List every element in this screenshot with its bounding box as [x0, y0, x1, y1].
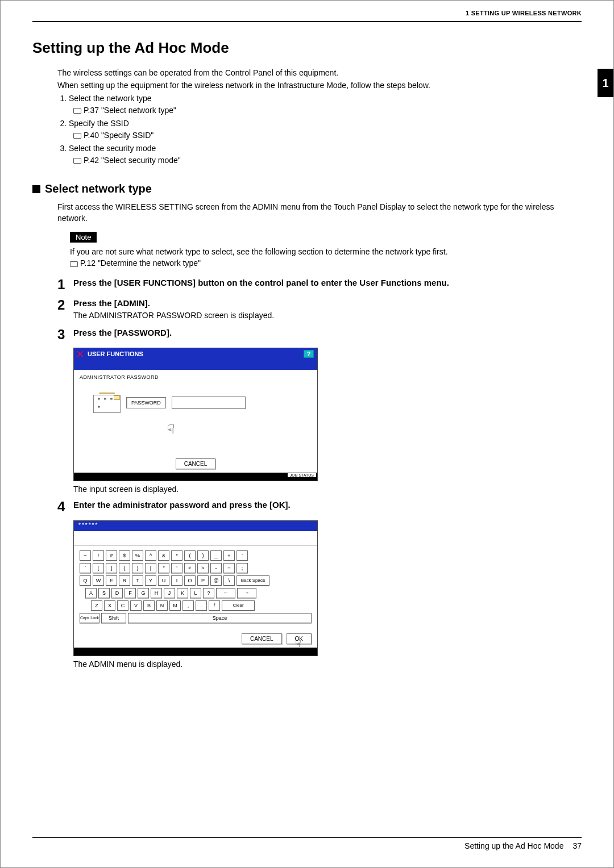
key[interactable]: %: [132, 550, 143, 561]
input-area[interactable]: [74, 531, 317, 546]
page-number: 37: [572, 841, 582, 850]
help-button[interactable]: ?: [304, 350, 314, 358]
key[interactable]: |: [145, 563, 156, 573]
key[interactable]: &: [158, 550, 169, 561]
key[interactable]: <: [184, 563, 196, 573]
key[interactable]: L: [190, 588, 201, 598]
toc-ref: P.37 "Select network type": [84, 106, 176, 115]
capslock-key[interactable]: Caps Lock: [80, 613, 99, 623]
key[interactable]: X: [104, 600, 115, 611]
key[interactable]: K: [177, 588, 188, 598]
ok-button[interactable]: OK ☟: [287, 633, 312, 644]
key[interactable]: ]: [106, 563, 117, 573]
shift-key[interactable]: Shift: [101, 613, 126, 623]
setup-toc-list: Select the network type P.37 "Select net…: [57, 93, 582, 166]
key[interactable]: U: [158, 575, 169, 586]
status-bar: JOB STATUS: [74, 473, 317, 481]
intro-line: When setting up the equipment for the wi…: [57, 80, 582, 91]
key[interactable]: A: [85, 588, 97, 598]
key[interactable]: !: [93, 550, 104, 561]
figure-caption: The ADMIN menu is displayed.: [73, 660, 582, 669]
note-ref: P.12 "Determine the network type": [80, 258, 201, 268]
key[interactable]: .: [196, 600, 207, 611]
key[interactable]: :: [237, 550, 248, 561]
key-row: ASDFGHJKL?←→: [85, 588, 312, 598]
toc-item: Select the network type P.37 "Select net…: [69, 93, 582, 116]
key[interactable]: #: [106, 550, 117, 561]
key[interactable]: }: [132, 563, 143, 573]
step: 4 Enter the administrator password and p…: [57, 499, 582, 514]
key[interactable]: ,: [182, 600, 194, 611]
status-bar: [74, 648, 317, 656]
key[interactable]: $: [119, 550, 130, 561]
key[interactable]: Z: [91, 600, 102, 611]
key[interactable]: J: [164, 588, 175, 598]
note-body: If you are not sure what network type to…: [70, 246, 582, 269]
step: 2 Press the [ADMIN]. The ADMINISTRATOR P…: [57, 298, 582, 322]
key[interactable]: [: [93, 563, 104, 573]
key[interactable]: @: [210, 575, 222, 586]
toc-item: Select the security mode P.42 "Select se…: [69, 143, 582, 166]
page-footer: Setting up the Ad Hoc Mode 37: [32, 837, 582, 850]
key[interactable]: ;: [237, 563, 248, 573]
key[interactable]: G: [138, 588, 149, 598]
chapter-side-tab: 1: [598, 69, 613, 97]
key[interactable]: -: [210, 563, 222, 573]
key[interactable]: +: [223, 550, 235, 561]
key[interactable]: ?: [203, 588, 214, 598]
key[interactable]: Y: [145, 575, 156, 586]
masked-input-bar: ******: [74, 521, 317, 531]
key[interactable]: Clear: [222, 600, 255, 611]
space-key[interactable]: Space: [128, 613, 312, 623]
key[interactable]: Q: [80, 575, 91, 586]
key-row: QWERTYUIOP@\Back Space: [80, 575, 312, 586]
key-row: ZXCVBNM,./Clear: [91, 600, 312, 611]
key[interactable]: C: [117, 600, 128, 611]
section-heading: Select network type: [32, 182, 582, 195]
key[interactable]: O: [184, 575, 196, 586]
password-field[interactable]: [172, 397, 246, 409]
key[interactable]: ": [158, 563, 169, 573]
key[interactable]: R: [119, 575, 130, 586]
intro-block: The wireless settings can be operated fr…: [57, 67, 582, 91]
cancel-button[interactable]: CANCEL: [176, 458, 216, 469]
key[interactable]: =: [223, 563, 235, 573]
key[interactable]: F: [125, 588, 136, 598]
key[interactable]: I: [171, 575, 182, 586]
password-button[interactable]: PASSWORD: [126, 397, 166, 408]
key[interactable]: M: [169, 600, 181, 611]
key[interactable]: `: [80, 563, 91, 573]
key[interactable]: N: [156, 600, 168, 611]
key[interactable]: ): [197, 550, 209, 561]
cancel-button[interactable]: CANCEL: [242, 633, 282, 644]
key[interactable]: V: [130, 600, 142, 611]
key[interactable]: >: [197, 563, 209, 573]
key[interactable]: S: [98, 588, 110, 598]
key[interactable]: (: [184, 550, 196, 561]
key[interactable]: /: [209, 600, 220, 611]
window-title: USER FUNCTIONS: [88, 350, 143, 357]
key[interactable]: H: [151, 588, 162, 598]
key-row-bottom: Caps Lock Shift Space: [80, 613, 312, 623]
key[interactable]: →: [237, 588, 256, 598]
key[interactable]: ^: [145, 550, 156, 561]
job-status-button[interactable]: JOB STATUS: [288, 473, 316, 477]
key[interactable]: ~: [80, 550, 91, 561]
key[interactable]: P: [197, 575, 209, 586]
key[interactable]: *: [171, 550, 182, 561]
key[interactable]: T: [132, 575, 143, 586]
key[interactable]: \: [223, 575, 235, 586]
key[interactable]: ': [171, 563, 182, 573]
key[interactable]: E: [106, 575, 117, 586]
square-bullet-icon: [32, 185, 40, 193]
step-title: Press the [ADMIN].: [73, 298, 582, 309]
key[interactable]: ←: [216, 588, 235, 598]
key[interactable]: _: [210, 550, 222, 561]
key[interactable]: D: [111, 588, 123, 598]
toc-item: Specify the SSID P.40 "Specify SSID": [69, 118, 582, 141]
key[interactable]: Back Space: [237, 575, 269, 586]
key[interactable]: {: [119, 563, 130, 573]
key[interactable]: B: [143, 600, 155, 611]
key[interactable]: W: [93, 575, 104, 586]
toc-ref: P.40 "Specify SSID": [84, 131, 154, 140]
